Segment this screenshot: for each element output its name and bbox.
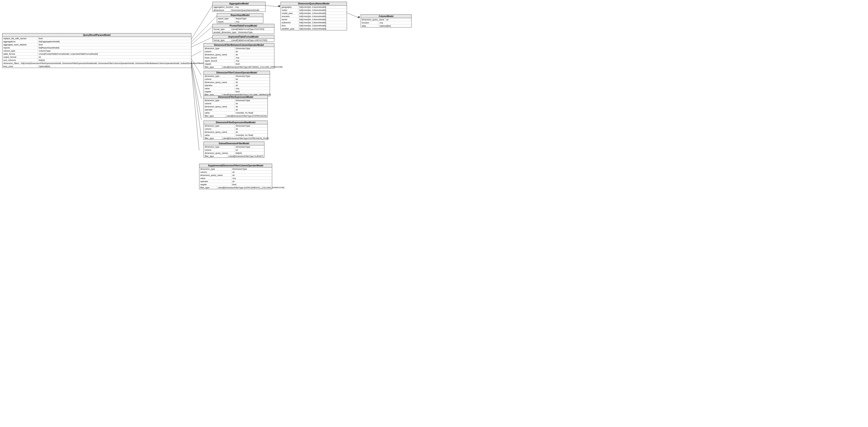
report-input-model: ReportInputModel report_type ReportType …: [217, 13, 263, 23]
sdf-value-dqnames: list[str]: [235, 152, 264, 154]
aggregation-model-title: AggregationModel: [213, 2, 265, 5]
dfbco-row3: dimension_query_name str: [204, 53, 274, 56]
dqn-row8: weather_year list[Union[str, ColumnModel…: [281, 27, 347, 30]
svg-line-2: [190, 27, 212, 45]
qrp-field-time-zone: time_zone: [2, 65, 38, 68]
dfe-field-dqname: dimension_query_name: [204, 105, 235, 108]
qrp-value-output-format: str: [38, 56, 191, 58]
dfbco-field-dqname: dimension_query_name: [204, 53, 235, 56]
dfbco-field-negate: negate: [204, 62, 235, 65]
sdf-field-column: column: [204, 148, 235, 151]
dfe-value-filter-type: Literal[DimensionFilterType.EXPRESSION]: [225, 114, 268, 117]
dqn-field-metric: metric: [281, 9, 299, 11]
dfbco-value-dqname: str: [235, 53, 274, 56]
dfe-value-column: str: [235, 102, 268, 105]
agg-field-dimensions: dimensions: [213, 9, 230, 11]
unpivoted-row1: format_type Literal[TableFormatType.UNPI…: [213, 39, 274, 41]
sdfc-title: SupplementalDimensionFilterColumnOperato…: [199, 164, 272, 167]
qrp-value-table-format: Union[PivotedTableFormatModel, Unpivoted…: [38, 53, 191, 55]
sdfc-value-dqname: str: [231, 174, 272, 177]
dqn-value-time: list[Union[str, ColumnModel]]: [299, 24, 347, 27]
dqn-value-geography: list[Union[str, ColumnModel]]: [299, 5, 347, 8]
qrp-value-aggregations: list[AggregationModel]: [38, 40, 191, 43]
dqn-row4: scenario list[Union[str, ColumnModel]]: [281, 15, 347, 18]
dfbco-value-dim-type: DimensionType: [235, 47, 274, 50]
dfco-field-dim-type: dimension_type: [204, 74, 235, 78]
sdfc-field-dim-type: dimension_type: [199, 167, 231, 170]
dfbco-row6: negate bool: [204, 62, 274, 65]
dfer-value-dqname: str: [235, 130, 268, 133]
dfbco-row5: upper_bound Any: [204, 59, 274, 62]
sdfc-row6: negate bool: [199, 183, 272, 186]
dfbco-value-negate: bool: [235, 62, 274, 65]
dfco-row5: value Any: [204, 87, 270, 90]
qrp-row3: aggregate_each_dataset bool: [2, 43, 191, 46]
col-value-alias: Optional[str]: [379, 24, 411, 27]
dfco-field-operator: operator: [204, 84, 235, 87]
dqn-value-weather-year: list[Union[str, ColumnModel]]: [299, 27, 347, 30]
dqn-field-sector: sector: [281, 18, 299, 21]
sdf-value-filter-type: Literal[DimensionFilterType.SUBSET]: [227, 155, 264, 157]
dfer-field-dqname: dimension_query_name: [204, 130, 235, 133]
dfbco-title: DimensionFilterBetweenColumnOperatorMode…: [204, 43, 274, 47]
dqn-field-geography: geography: [281, 5, 299, 8]
qrp-field-replace-ids: replace_ids_with_names: [2, 37, 38, 40]
dfco-value-value: Any: [235, 87, 270, 90]
dfe-field-dim-type: dimension_type: [204, 99, 235, 102]
unpivoted-table-format-model: UnpivotedTableFormatModel format_type Li…: [212, 35, 274, 42]
dfbco-field-filter-type: filter_type: [204, 65, 221, 68]
qrp-field-aggregate-each-dataset: aggregate_each_dataset: [2, 43, 38, 46]
piv-value-dim-type: DimensionType: [237, 31, 274, 34]
dim-filter-between-column-operator-model: DimensionFilterBetweenColumnOperatorMode…: [204, 43, 274, 69]
dfbco-field-column: column: [204, 50, 235, 53]
sdf-row2: column str: [204, 148, 264, 152]
dqn-value-metric: list[Union[str, ColumnModel]]: [299, 9, 347, 11]
qrp-field-column-type: column_type: [2, 49, 38, 52]
qrp-row8: sort_columns list[str]: [2, 59, 191, 62]
dfco-value-negate: bool: [235, 90, 270, 93]
sdfc-field-dqname: dimension_query_name: [199, 174, 231, 177]
qrp-row4: reports list[ReportInputModel]: [2, 46, 191, 49]
pivoted-row2: pivoted_dimension_type DimensionType: [213, 31, 274, 34]
dqn-value-subsector: list[Union[str, ColumnModel]]: [299, 21, 347, 24]
sdf-title: SubsetDimensionFilterModel: [204, 142, 264, 145]
dfbco-field-lower-bound: lower_bound: [204, 56, 235, 59]
sdfc-field-negate: negate: [199, 183, 231, 186]
dfco-value-dqname: str: [235, 81, 270, 84]
qrp-field-output-format: output_format: [2, 56, 38, 58]
dqn-row5: sector list[Union[str, ColumnModel]]: [281, 18, 347, 21]
svg-line-9: [190, 57, 199, 150]
svg-line-7: [190, 57, 202, 119]
dqn-row6: subsector list[Union[str, ColumnModel]]: [281, 21, 347, 24]
sdfc-value-negate: bool: [231, 183, 272, 186]
col-row1: dimension_query_name str: [361, 18, 411, 21]
dfbco-value-column: str: [235, 50, 274, 53]
dqn-row7: time list[Union[str, ColumnModel]]: [281, 24, 347, 27]
svg-marker-12: [278, 5, 280, 7]
qrp-value-aggregate-each-dataset: bool: [38, 43, 191, 46]
dfco-value-operator: str: [235, 84, 270, 87]
qrp-value-replace-ids: bool: [38, 37, 191, 40]
aggregation-model-row2: dimensions DimensionQueryNamesModel: [213, 9, 265, 11]
dfe-value-dqname: str: [235, 105, 268, 108]
dfbco-value-filter-type: Literal[DimensionFilterType.BETWEEN_COLU…: [221, 65, 283, 68]
dfer-row4: value Union[str, int, float]: [204, 134, 268, 137]
sdfc-value-dim-type: DimensionType: [231, 167, 272, 170]
dqn-field-model-year: model_year: [281, 12, 299, 14]
sdf-row3: dimension_query_names list[str]: [204, 152, 264, 155]
aggregation-model: AggregationModel aggregation_function An…: [212, 2, 266, 12]
qrp-field-table-format: table_format: [2, 53, 38, 55]
dfer-value-column: str: [235, 127, 268, 130]
dqn-field-time: time: [281, 24, 299, 27]
ri-field-inputs: inputs: [217, 20, 235, 23]
subset-dimension-filter-model: SubsetDimensionFilterModel dimension_typ…: [204, 142, 265, 158]
sdfc-row3: dimension_query_name str: [199, 174, 272, 177]
piv-field-format-type: format_type: [213, 28, 230, 31]
query-result-params-model: QueryResultParamsModel replace_ids_with_…: [2, 33, 191, 68]
dfbco-row4: lower_bound Any: [204, 56, 274, 59]
col-value-function: Any: [379, 21, 411, 24]
dim-filter-column-operator-model: DimensionFilterColumnOperatorModel dimen…: [204, 71, 270, 96]
dfe-value-dim-type: DimensionType: [235, 99, 268, 102]
dfco-row6: negate bool: [204, 90, 270, 93]
svg-line-5: [190, 57, 202, 75]
